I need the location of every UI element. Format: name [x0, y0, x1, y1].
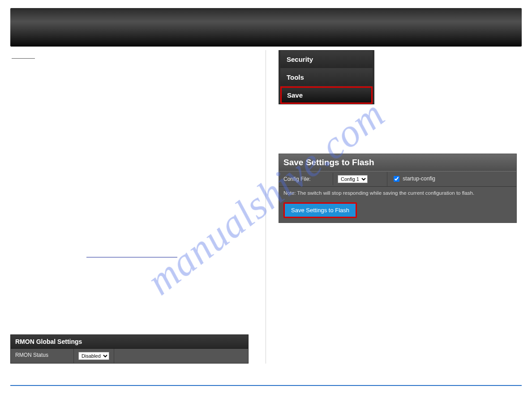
startup-config-text: startup-config	[403, 176, 435, 182]
config-file-select-cell: Config 1	[333, 172, 387, 186]
link-underline	[86, 257, 177, 257]
rmon-status-row: RMON Status Disabled	[11, 349, 248, 363]
sidebar-item-save[interactable]: Save	[280, 86, 373, 104]
rmon-global-settings-panel: RMON Global Settings RMON Status Disable…	[10, 334, 249, 364]
config-file-label: Config File:	[279, 173, 333, 185]
sidebar-screenshot: Security Tools Save	[279, 50, 374, 104]
save-settings-panel: Save Settings to Flash Config File: Conf…	[279, 154, 517, 223]
config-file-row: Config File: Config 1 startup-config	[279, 171, 516, 187]
startup-config-checkbox[interactable]	[394, 176, 399, 182]
config-file-select[interactable]: Config 1	[338, 175, 368, 183]
save-button-wrap: Save Settings to Flash	[279, 199, 516, 223]
rmon-panel-title: RMON Global Settings	[11, 335, 248, 349]
top-banner	[10, 8, 522, 47]
footer-rule	[10, 385, 522, 386]
left-column: RMON Global Settings RMON Status Disable…	[10, 50, 252, 364]
startup-config-cell: startup-config	[387, 171, 516, 186]
rmon-status-select[interactable]: Disabled	[78, 352, 109, 360]
section-underline	[12, 58, 35, 59]
right-column: Security Tools Save Save Settings to Fla…	[266, 50, 520, 364]
rmon-status-cell: Disabled	[74, 349, 114, 363]
page-body: RMON Global Settings RMON Status Disable…	[0, 47, 532, 364]
rmon-status-label: RMON Status	[11, 349, 74, 363]
sidebar-item-tools[interactable]: Tools	[280, 68, 373, 86]
sidebar-item-security[interactable]: Security	[280, 51, 373, 68]
save-note: Note: The switch will stop responding wh…	[279, 187, 516, 199]
startup-config-label[interactable]: startup-config	[392, 176, 435, 182]
save-panel-title: Save Settings to Flash	[279, 154, 516, 171]
save-settings-button[interactable]: Save Settings to Flash	[283, 202, 357, 218]
